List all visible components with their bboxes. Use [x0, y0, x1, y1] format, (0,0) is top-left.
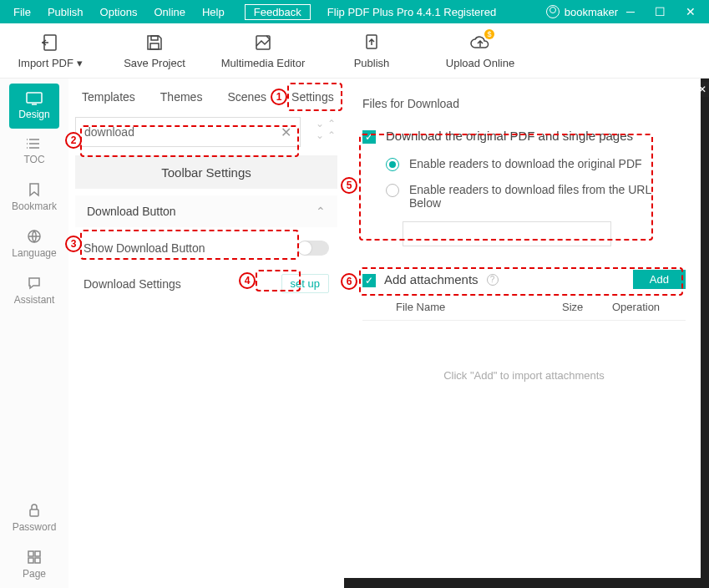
rail-password-label: Password — [13, 521, 57, 533]
col-operation: Operation — [612, 301, 679, 313]
monitor-icon — [25, 92, 43, 105]
add-attachments-checkbox[interactable]: ✓ — [362, 274, 376, 287]
tab-settings[interactable]: Settings — [291, 90, 334, 104]
help-icon[interactable]: ? — [487, 274, 499, 286]
toolbar-settings-header: Toolbar Settings — [75, 155, 337, 189]
rail-bookmark[interactable]: Bookmark — [9, 174, 59, 220]
tab-themes[interactable]: Themes — [160, 90, 203, 104]
globe-icon — [27, 229, 42, 244]
rail-language-label: Language — [12, 247, 56, 259]
menu-online[interactable]: Online — [145, 6, 194, 18]
menu-publish[interactable]: Publish — [39, 6, 92, 18]
design-tabs: Templates Themes Scenes Settings — [68, 79, 344, 112]
save-project-label: Save Project — [124, 57, 185, 69]
toolbar: Import PDF ▾ Save Project Multimedia Edi… — [0, 23, 709, 79]
attachments-empty: Click "Add" to import attachments — [362, 321, 686, 429]
expand-all-icon[interactable]: ⌃⌃ — [327, 118, 336, 141]
tab-scenes[interactable]: Scenes — [227, 90, 266, 104]
rail-toc-label: TOC — [23, 154, 44, 165]
publish-icon — [362, 32, 381, 53]
close-button[interactable]: ✕ — [686, 5, 696, 18]
radio-original-pdf-row: Enable readers to download the original … — [386, 157, 686, 171]
radio-original-pdf[interactable] — [386, 158, 399, 171]
rail-design[interactable]: Design — [9, 84, 59, 129]
search-input[interactable] — [84, 125, 281, 139]
rail-password[interactable]: Password — [9, 494, 59, 541]
save-icon — [145, 32, 164, 53]
rail-toc[interactable]: TOC — [9, 129, 59, 174]
svg-rect-1 — [151, 36, 158, 40]
download-original-checkbox[interactable]: ✓ — [362, 130, 376, 144]
files-for-download-dialog: Files for Download ✓ Download the origin… — [344, 79, 701, 578]
radio-url[interactable] — [386, 184, 399, 197]
download-settings-label: Download Settings — [84, 277, 181, 291]
show-download-button-row: Show Download Button — [75, 236, 337, 261]
download-radio-group: Enable readers to download the original … — [386, 157, 686, 210]
upload-online-label: Upload Online — [446, 57, 514, 69]
app-title: Flip PDF Plus Pro 4.4.1 Registered — [322, 6, 546, 18]
svg-rect-8 — [28, 551, 33, 556]
publish-button[interactable]: Publish — [317, 32, 426, 69]
clear-search-icon[interactable]: ✕ — [281, 124, 291, 140]
multimedia-icon — [254, 32, 272, 53]
import-pdf-label: Import PDF ▾ — [18, 57, 82, 69]
tab-templates[interactable]: Templates — [82, 90, 135, 104]
avatar-icon — [546, 5, 560, 18]
save-project-button[interactable]: Save Project — [100, 32, 209, 69]
radio-url-row: Enable readers to download files from th… — [386, 183, 686, 210]
user-account[interactable]: bookmaker — [546, 5, 618, 18]
show-download-toggle[interactable] — [297, 241, 329, 256]
feedback-button[interactable]: Feedback — [245, 4, 311, 20]
maximize-button[interactable]: ☐ — [655, 5, 666, 18]
grid-icon — [27, 550, 42, 565]
minimize-button[interactable]: ─ — [626, 5, 635, 18]
radio-url-label: Enable readers to download files from th… — [409, 183, 686, 210]
window-controls: ─ ☐ ✕ — [626, 5, 704, 18]
main-menu: File Publish Options Online Help — [5, 6, 233, 18]
bookmark-icon — [27, 182, 42, 197]
upload-online-button[interactable]: $ Upload Online — [426, 32, 534, 69]
download-original-label: Download the original PDF and single pag… — [386, 129, 633, 143]
lock-icon — [27, 503, 42, 518]
col-size: Size — [562, 301, 612, 313]
settings-search[interactable]: ✕ — [75, 117, 301, 147]
attachments-table-header: File Name Size Operation — [362, 289, 686, 321]
import-pdf-button[interactable]: Import PDF ▾ — [0, 32, 100, 69]
collapse-all-icon[interactable]: ⌄⌄ — [316, 118, 324, 141]
svg-rect-5 — [27, 93, 42, 103]
rail-design-label: Design — [18, 109, 49, 120]
user-name: bookmaker — [565, 6, 618, 18]
col-filename: File Name — [396, 301, 562, 313]
download-settings-row: Download Settings set up — [75, 269, 337, 298]
svg-rect-2 — [150, 43, 159, 49]
rail-page-label: Page — [23, 568, 46, 580]
add-attachments-label: Add attachments — [384, 272, 479, 286]
set-up-button[interactable]: set up — [281, 274, 329, 293]
download-button-accordion[interactable]: Download Button ⌃ — [75, 195, 337, 227]
url-input[interactable] — [403, 221, 611, 246]
rail-language[interactable]: Language — [9, 220, 59, 267]
menu-help[interactable]: Help — [194, 6, 233, 18]
menu-options[interactable]: Options — [92, 6, 146, 18]
svg-rect-10 — [28, 558, 33, 563]
show-download-button-label: Show Download Button — [84, 241, 205, 255]
rail-assistant[interactable]: Assistant — [9, 267, 59, 314]
chevron-up-icon: ⌃ — [316, 205, 326, 218]
download-button-label: Download Button — [87, 205, 176, 218]
add-button[interactable]: Add — [633, 270, 686, 289]
chat-icon — [27, 276, 42, 291]
radio-original-pdf-label: Enable readers to download the original … — [409, 157, 642, 170]
preview-panel: ✕ Files for Download ✓ Download the orig… — [344, 79, 709, 588]
rail-page[interactable]: Page — [9, 541, 59, 588]
menu-file[interactable]: File — [5, 6, 39, 18]
list-icon — [26, 137, 43, 150]
settings-column: Templates Themes Scenes Settings ✕ ⌄⌄ ⌃⌃… — [68, 79, 344, 588]
add-attachments-row: ✓ Add attachments ? Add — [362, 270, 686, 289]
download-original-row: ✓ Download the original PDF and single p… — [362, 129, 686, 144]
multimedia-editor-button[interactable]: Multimedia Editor — [209, 32, 317, 69]
import-pdf-icon — [40, 32, 60, 53]
svg-rect-9 — [35, 551, 40, 556]
badge-dollar-icon: $ — [484, 29, 494, 39]
left-rail: Design TOC Bookmark Language Assistant P… — [0, 79, 68, 588]
svg-rect-11 — [35, 558, 40, 563]
